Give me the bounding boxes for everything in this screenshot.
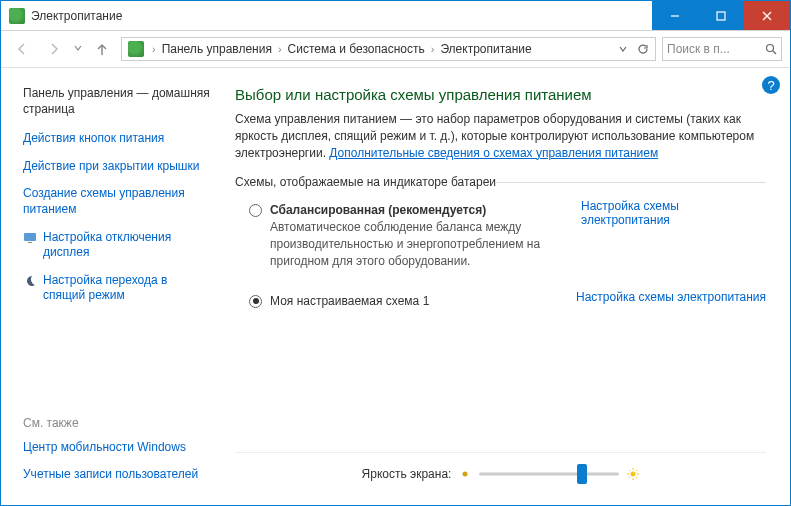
plan-description: Автоматическое соблюдение баланса между … — [270, 219, 581, 269]
plan-name: Моя настраиваемая схема 1 — [270, 294, 429, 308]
forward-button[interactable] — [41, 36, 67, 62]
svg-rect-1 — [717, 12, 725, 20]
back-button[interactable] — [9, 36, 35, 62]
power-icon — [9, 8, 25, 24]
sun-bright-icon — [627, 468, 639, 480]
sidebar: Панель управления — домашняя страница Де… — [1, 68, 221, 505]
sidebar-footer-link[interactable]: Учетные записи пользователей — [23, 467, 211, 483]
change-plan-settings-link[interactable]: Настройка схемы электропитания — [581, 199, 766, 227]
power-plan-row: Моя настраиваемая схема 1 Настройка схем… — [235, 290, 766, 312]
svg-line-16 — [636, 477, 637, 478]
minimize-button[interactable] — [652, 1, 698, 30]
svg-point-10 — [631, 472, 636, 477]
plan-radio-custom[interactable] — [249, 295, 262, 308]
sidebar-footer-link[interactable]: Центр мобильности Windows — [23, 440, 211, 456]
fieldset-title: Схемы, отображаемые на индикаторе батаре… — [235, 175, 766, 189]
page-description: Схема управления питанием — это набор па… — [235, 111, 766, 161]
svg-point-5 — [767, 45, 774, 52]
up-button[interactable] — [89, 36, 115, 62]
slider-thumb[interactable] — [577, 464, 587, 484]
sidebar-link[interactable]: Настройка отключения дисплея — [43, 230, 211, 261]
page-heading: Выбор или настройка схемы управления пит… — [235, 86, 766, 103]
sidebar-link[interactable]: Действие при закрытии крышки — [23, 159, 211, 175]
window-title: Электропитание — [31, 9, 652, 23]
brightness-label: Яркость экрана: — [362, 467, 452, 481]
control-panel-home[interactable]: Панель управления — домашняя страница — [23, 86, 211, 117]
address-bar[interactable]: › Панель управления › Система и безопасн… — [121, 37, 656, 61]
chevron-right-icon: › — [427, 43, 439, 55]
chevron-right-icon: › — [274, 43, 286, 55]
search-input[interactable]: Поиск в п... — [662, 37, 782, 61]
history-dropdown[interactable] — [73, 42, 83, 56]
maximize-button[interactable] — [698, 1, 744, 30]
svg-point-9 — [463, 472, 468, 477]
svg-line-15 — [629, 470, 630, 471]
navbar: › Панель управления › Система и безопасн… — [1, 31, 790, 68]
chevron-right-icon: › — [148, 43, 160, 55]
main-panel: ? Выбор или настройка схемы управления п… — [221, 68, 790, 505]
learn-more-link[interactable]: Дополнительные сведения о схемах управле… — [329, 146, 658, 160]
chevron-down-icon[interactable] — [617, 43, 629, 55]
svg-line-17 — [629, 477, 630, 478]
sidebar-link[interactable]: Создание схемы управления питанием — [23, 186, 211, 217]
plan-name: Сбалансированная (рекомендуется) — [270, 203, 581, 217]
fieldset-text: Схемы, отображаемые на индикаторе батаре… — [235, 175, 496, 189]
sun-dim-icon — [459, 468, 471, 480]
search-placeholder: Поиск в п... — [667, 42, 730, 56]
power-icon — [128, 41, 144, 57]
svg-line-6 — [773, 51, 776, 54]
sidebar-link[interactable]: Настройка перехода в спящий режим — [43, 273, 211, 304]
change-plan-settings-link[interactable]: Настройка схемы электропитания — [576, 290, 766, 304]
svg-rect-8 — [28, 242, 32, 243]
power-plan-row: Сбалансированная (рекомендуется) Автомат… — [235, 199, 766, 273]
titlebar: Электропитание — [1, 1, 790, 31]
svg-line-18 — [636, 470, 637, 471]
svg-rect-7 — [24, 233, 36, 241]
breadcrumb-item[interactable]: Электропитание — [438, 42, 533, 56]
close-button[interactable] — [744, 1, 790, 30]
breadcrumb-item[interactable]: Панель управления — [160, 42, 274, 56]
brightness-slider[interactable] — [479, 463, 619, 485]
help-button[interactable]: ? — [762, 76, 780, 94]
brightness-control: Яркость экрана: — [235, 452, 766, 495]
monitor-icon — [23, 231, 37, 245]
breadcrumb-item[interactable]: Система и безопасность — [286, 42, 427, 56]
plan-radio-balanced[interactable] — [249, 204, 262, 217]
see-also-heading: См. также — [23, 416, 211, 430]
moon-icon — [23, 274, 37, 288]
search-icon — [765, 43, 777, 55]
refresh-icon[interactable] — [637, 43, 649, 55]
sidebar-link[interactable]: Действия кнопок питания — [23, 131, 211, 147]
